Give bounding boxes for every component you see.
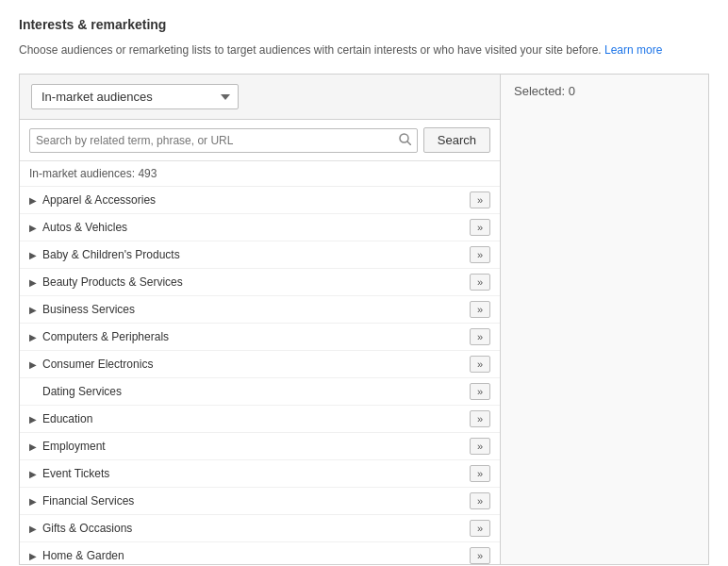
list-item-label: Education xyxy=(42,412,92,425)
list-item: ▶Beauty Products & Services» xyxy=(20,269,500,296)
add-to-selected-button[interactable]: » xyxy=(470,410,490,427)
add-to-selected-button[interactable]: » xyxy=(470,301,490,318)
expand-arrow-icon[interactable]: ▶ xyxy=(29,332,39,342)
right-panel: Selected: 0 xyxy=(501,75,708,564)
list-item: ▶Financial Services» xyxy=(20,488,500,515)
list-item: ▶Baby & Children's Products» xyxy=(20,241,500,269)
list-item-label: Home & Garden xyxy=(42,549,124,562)
audience-list: ▶Apparel & Accessories»▶Autos & Vehicles… xyxy=(20,187,500,564)
list-item-label: Financial Services xyxy=(42,494,134,508)
expand-arrow-icon[interactable]: ▶ xyxy=(29,223,39,233)
list-item: ▶Computers & Peripherals» xyxy=(20,324,500,351)
learn-more-link[interactable]: Learn more xyxy=(604,43,662,57)
left-panel: In-market audiences Affinity audiences R… xyxy=(20,75,501,564)
list-item-label: Autos & Vehicles xyxy=(42,221,127,234)
list-item-label: Gifts & Occasions xyxy=(42,522,132,535)
dropdown-row: In-market audiences Affinity audiences R… xyxy=(20,75,500,120)
add-to-selected-button[interactable]: » xyxy=(470,191,490,208)
add-to-selected-button[interactable]: » xyxy=(470,547,490,564)
list-item: Dating Services» xyxy=(20,378,500,406)
expand-arrow-icon[interactable]: ▶ xyxy=(29,441,39,452)
list-item-label: Employment xyxy=(42,440,106,453)
expand-arrow-icon[interactable]: ▶ xyxy=(29,359,39,370)
add-to-selected-button[interactable]: » xyxy=(470,520,490,537)
search-input[interactable] xyxy=(36,134,395,147)
main-panel: In-market audiences Affinity audiences R… xyxy=(19,74,709,565)
search-input-wrap xyxy=(29,128,418,153)
add-to-selected-button[interactable]: » xyxy=(470,492,490,509)
search-button[interactable]: Search xyxy=(423,127,490,153)
list-item: ▶Apparel & Accessories» xyxy=(20,187,500,214)
search-icon xyxy=(399,133,411,148)
list-item: ▶Autos & Vehicles» xyxy=(20,214,500,241)
add-to-selected-button[interactable]: » xyxy=(470,246,490,263)
list-item: ▶Event Tickets» xyxy=(20,460,500,488)
list-item-label: Consumer Electronics xyxy=(42,358,153,371)
add-to-selected-button[interactable]: » xyxy=(470,438,490,455)
list-item-label: Event Tickets xyxy=(42,467,109,480)
search-row: Search xyxy=(20,120,500,161)
add-to-selected-button[interactable]: » xyxy=(470,465,490,482)
expand-arrow-icon[interactable]: ▶ xyxy=(29,277,39,288)
expand-arrow-icon[interactable]: ▶ xyxy=(29,524,39,534)
list-item-label: Beauty Products & Services xyxy=(42,275,183,289)
list-item: ▶Gifts & Occasions» xyxy=(20,515,500,542)
section-description: Choose audiences or remarketing lists to… xyxy=(19,42,709,58)
expand-arrow-icon[interactable]: ▶ xyxy=(29,496,39,507)
list-item-label: Apparel & Accessories xyxy=(42,193,156,207)
expand-arrow-icon[interactable]: ▶ xyxy=(29,551,39,561)
list-item: ▶Business Services» xyxy=(20,296,500,324)
add-to-selected-button[interactable]: » xyxy=(470,383,490,400)
expand-arrow-icon[interactable]: ▶ xyxy=(29,414,39,424)
expand-arrow-icon[interactable]: ▶ xyxy=(29,195,39,206)
list-item: ▶Consumer Electronics» xyxy=(20,351,500,378)
list-header: In-market audiences: 493 xyxy=(20,161,500,187)
section-title: Interests & remarketing xyxy=(19,17,709,32)
expand-arrow-icon[interactable]: ▶ xyxy=(29,250,39,260)
add-to-selected-button[interactable]: » xyxy=(470,328,490,345)
expand-arrow-icon[interactable]: ▶ xyxy=(29,469,39,479)
expand-arrow-icon[interactable]: ▶ xyxy=(29,305,39,315)
add-to-selected-button[interactable]: » xyxy=(470,274,490,291)
list-item: ▶Employment» xyxy=(20,433,500,460)
add-to-selected-button[interactable]: » xyxy=(470,356,490,373)
list-item-label: Baby & Children's Products xyxy=(42,248,180,261)
svg-line-1 xyxy=(407,142,411,145)
list-item: ▶Education» xyxy=(20,406,500,433)
add-to-selected-button[interactable]: » xyxy=(470,219,490,236)
audience-type-select[interactable]: In-market audiences Affinity audiences R… xyxy=(31,84,239,109)
selected-count: Selected: 0 xyxy=(514,84,575,98)
list-item: ▶Home & Garden» xyxy=(20,542,500,564)
list-item-label: Dating Services xyxy=(42,385,122,398)
list-item-label: Business Services xyxy=(42,303,135,316)
list-item-label: Computers & Peripherals xyxy=(42,330,169,343)
